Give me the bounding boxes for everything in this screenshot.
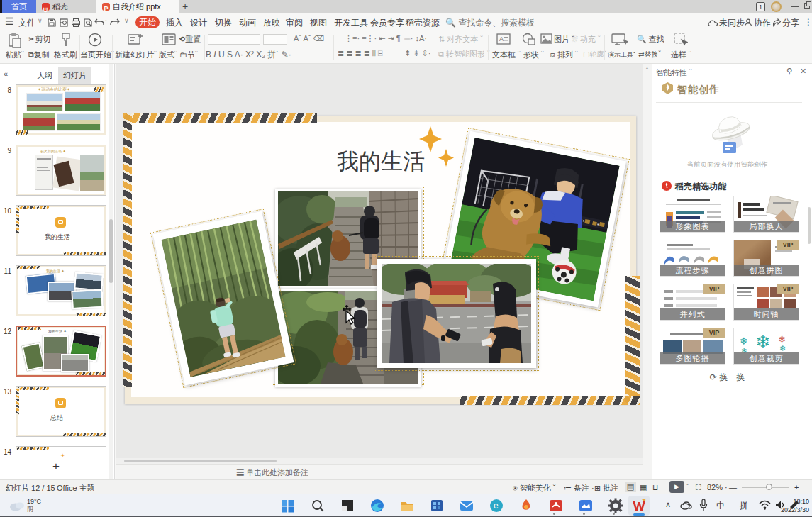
svg-text:e: e xyxy=(494,501,499,511)
svg-text:A: A xyxy=(499,35,504,43)
